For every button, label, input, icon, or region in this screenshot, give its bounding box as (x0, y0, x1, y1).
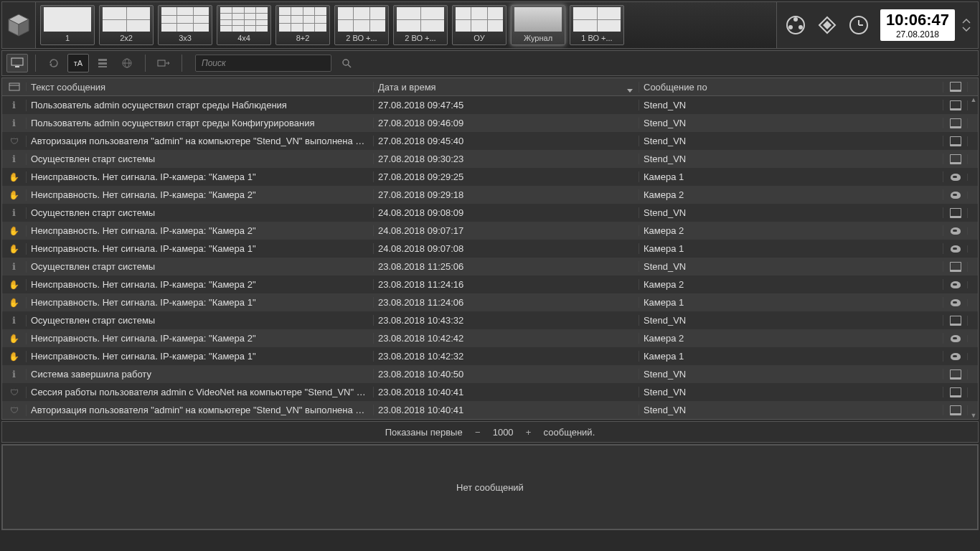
table-row[interactable]: Осуществлен старт системы23.08.2018 11:2… (2, 258, 978, 276)
text-filter-button[interactable]: тA (67, 54, 89, 72)
svg-point-22 (343, 60, 349, 65)
row-type-icon (2, 171, 27, 183)
row-datetime: 27.08.2018 09:45:40 (374, 136, 639, 146)
svg-point-4 (793, 17, 798, 22)
column-message[interactable]: Текст сообщения (27, 82, 374, 93)
clock-icon[interactable] (846, 12, 872, 38)
globe-button[interactable] (116, 54, 138, 72)
layout-button-3x3[interactable]: 3x3 (158, 5, 212, 45)
row-device-icon (943, 316, 968, 326)
layout-button-8+2[interactable]: 8+2 (275, 5, 330, 45)
search-input[interactable] (195, 55, 331, 72)
layout-caption: 4x4 (237, 34, 250, 44)
layout-grid-icon (161, 7, 209, 32)
row-message: Пользователь admin осуществил старт сред… (27, 118, 374, 128)
row-source: Stend_VN (639, 315, 943, 326)
row-type-icon (2, 207, 27, 219)
search-button[interactable] (337, 55, 356, 72)
table-row[interactable]: Авторизация пользователя "admin" на комп… (2, 401, 978, 419)
row-device-icon (943, 227, 968, 235)
layout-caption: 2 ВО +... (405, 34, 435, 44)
row-message: Неисправность. Нет сигнала. IP-камера: "… (27, 279, 374, 290)
row-type-icon (2, 387, 27, 398)
column-datetime[interactable]: Дата и время (374, 82, 639, 93)
table-row[interactable]: Система завершила работу23.08.2018 10:40… (2, 365, 978, 383)
row-message: Авторизация пользователя "admin" на комп… (27, 136, 374, 146)
row-message: Неисправность. Нет сигнала. IP-камера: "… (27, 351, 374, 362)
table-row[interactable]: Осуществлен старт системы24.08.2018 09:0… (2, 204, 978, 222)
svg-line-23 (348, 65, 351, 67)
layout-grid-icon (220, 7, 268, 32)
layout-button-4x4[interactable]: 4x4 (217, 5, 271, 45)
layout-button-2 ВО +...[interactable]: 2 ВО +... (393, 5, 448, 45)
row-source: Stend_VN (639, 207, 943, 218)
diamond-icon[interactable] (814, 12, 840, 38)
layout-button-1 ВО +...[interactable]: 1 ВО +... (570, 5, 624, 45)
app-logo[interactable] (2, 2, 35, 48)
table-row[interactable]: Осуществлен старт системы27.08.2018 09:3… (2, 150, 978, 168)
row-datetime: 23.08.2018 10:43:32 (374, 315, 639, 326)
column-source[interactable]: Сообщение по (639, 82, 943, 93)
row-device-icon (943, 299, 968, 306)
scroll-indicator[interactable]: ▲▼ (970, 96, 977, 419)
pager-minus[interactable]: − (473, 427, 483, 438)
table-row[interactable]: Осуществлен старт системы23.08.2018 10:4… (2, 311, 978, 329)
layout-button-1[interactable]: 1 (40, 5, 95, 45)
layout-grid-icon (456, 7, 503, 32)
table-row[interactable]: Неисправность. Нет сигнала. IP-камера: "… (2, 276, 978, 293)
svg-rect-17 (98, 66, 107, 67)
table-row[interactable]: Сессия работы пользователя admin с Video… (2, 383, 978, 401)
table-row[interactable]: Неисправность. Нет сигнала. IP-камера: "… (2, 168, 978, 186)
table-row[interactable]: Неисправность. Нет сигнала. IP-камера: "… (2, 347, 978, 365)
table-row[interactable]: Неисправность. Нет сигнала. IP-камера: "… (2, 186, 978, 204)
journal-icon (514, 7, 562, 32)
row-source: Stend_VN (639, 154, 943, 164)
row-source: Камера 1 (639, 171, 943, 182)
separator (35, 55, 36, 72)
row-device-icon (943, 353, 968, 360)
row-datetime: 23.08.2018 10:42:32 (374, 351, 639, 362)
layout-grid-icon (397, 7, 444, 32)
event-table: Текст сообщения Дата и время Сообщение п… (1, 77, 979, 420)
refresh-button[interactable] (43, 54, 65, 72)
table-row[interactable]: Пользователь admin осуществил старт сред… (2, 114, 978, 132)
row-source: Камера 2 (639, 333, 943, 344)
row-device-icon (943, 118, 968, 128)
row-message: Осуществлен старт системы (27, 261, 374, 272)
column-icon[interactable] (2, 83, 27, 91)
row-device-icon (943, 192, 968, 199)
svg-rect-12 (11, 58, 23, 65)
row-type-icon (2, 351, 27, 362)
layout-button-2 ВО +...[interactable]: 2 ВО +... (334, 5, 389, 45)
expand-icon[interactable] (961, 12, 972, 38)
layout-button-Журнал[interactable]: Журнал (511, 5, 565, 45)
row-type-icon (2, 369, 27, 380)
layout-grid-icon (103, 7, 150, 32)
row-type-icon (2, 279, 27, 291)
pager-plus[interactable]: + (524, 427, 534, 438)
row-datetime: 23.08.2018 10:40:50 (374, 369, 639, 380)
table-row[interactable]: Авторизация пользователя "admin" на комп… (2, 132, 978, 150)
list-button[interactable] (92, 54, 113, 72)
table-row[interactable]: Пользователь admin осуществил старт сред… (2, 96, 978, 114)
table-row[interactable]: Неисправность. Нет сигнала. IP-камера: "… (2, 222, 978, 240)
table-row[interactable]: Неисправность. Нет сигнала. IP-камера: "… (2, 293, 978, 311)
layout-button-2x2[interactable]: 2x2 (99, 5, 154, 45)
table-row[interactable]: Неисправность. Нет сигнала. IP-камера: "… (2, 240, 978, 258)
row-type-icon (2, 100, 27, 111)
clock-date: 27.08.2018 (896, 29, 939, 39)
layout-caption: 8+2 (296, 34, 310, 44)
row-datetime: 27.08.2018 09:29:18 (374, 189, 639, 200)
pager-count: 1000 (493, 427, 514, 438)
export-button[interactable] (153, 54, 174, 72)
column-device[interactable] (943, 82, 968, 92)
reel-icon[interactable] (783, 12, 809, 38)
layout-button-ОУ[interactable]: ОУ (452, 5, 507, 45)
layout-selector: 12x23x34x48+22 ВО +...2 ВО +...ОУЖурнал1… (35, 2, 777, 48)
table-row[interactable]: Неисправность. Нет сигнала. IP-камера: "… (2, 329, 978, 347)
layout-caption: ОУ (473, 34, 484, 44)
layout-caption: 2x2 (120, 34, 133, 44)
separator (182, 55, 182, 72)
monitor-filter-button[interactable] (6, 54, 28, 72)
svg-rect-21 (158, 60, 165, 66)
